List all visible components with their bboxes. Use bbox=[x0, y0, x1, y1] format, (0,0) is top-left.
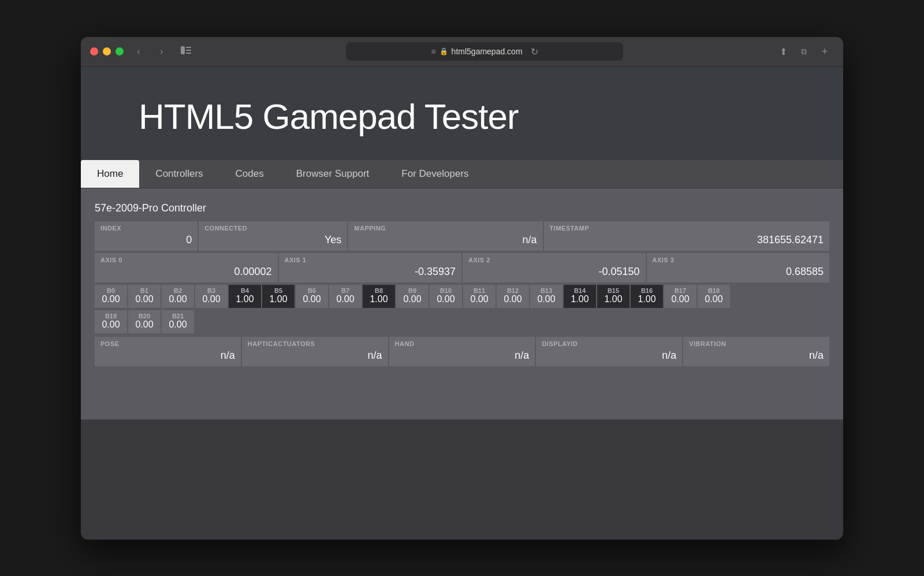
axis-cell-1: AXIS 1 -0.35937 bbox=[279, 253, 462, 283]
extra-label-3: DisplayId bbox=[542, 340, 676, 347]
minimize-button[interactable] bbox=[103, 47, 111, 55]
maximize-button[interactable] bbox=[116, 47, 124, 55]
extra-value-3: n/a bbox=[542, 350, 676, 362]
mapping-cell: MAPPING n/a bbox=[348, 221, 542, 251]
axis-label-1: AXIS 1 bbox=[285, 257, 456, 263]
button-cell-B8: B8 1.00 bbox=[363, 285, 395, 308]
tab-home[interactable]: Home bbox=[81, 160, 139, 188]
axis-grid: AXIS 0 0.00002 AXIS 1 -0.35937 AXIS 2 -0… bbox=[95, 253, 829, 283]
title-bar: ‹ › ≡ 🔒 html5gamepad.com ↻ bbox=[81, 37, 843, 67]
url-bar[interactable]: ≡ 🔒 html5gamepad.com ↻ bbox=[346, 42, 623, 61]
button-cell-B19: B19 0.00 bbox=[95, 310, 127, 333]
traffic-lights bbox=[90, 47, 124, 55]
axis-value-0: 0.00002 bbox=[100, 266, 272, 278]
page-title: HTML5 Gamepad Tester bbox=[139, 96, 785, 137]
button-cell-B5: B5 1.00 bbox=[262, 285, 295, 308]
axis-value-1: -0.35937 bbox=[285, 266, 456, 278]
axis-cell-2: AXIS 2 -0.05150 bbox=[463, 253, 646, 283]
extra-value-0: n/a bbox=[100, 350, 235, 362]
button-cell-B7: B7 0.00 bbox=[329, 285, 362, 308]
new-tab-icon: + bbox=[822, 46, 828, 58]
share-button[interactable]: ⬆ bbox=[774, 43, 792, 60]
sidebar-icon bbox=[181, 46, 191, 57]
button-cell-B13: B13 0.00 bbox=[530, 285, 562, 308]
mapping-value: n/a bbox=[354, 234, 536, 246]
button-cell-B14: B14 1.00 bbox=[564, 285, 596, 308]
button-cell-B20: B20 0.00 bbox=[128, 310, 161, 333]
button-cell-B2: B2 0.00 bbox=[162, 285, 194, 308]
extra-value-2: n/a bbox=[395, 350, 530, 362]
svg-rect-3 bbox=[186, 53, 191, 54]
axis-value-2: -0.05150 bbox=[468, 266, 640, 278]
hamburger-icon: ≡ bbox=[431, 47, 435, 56]
extra-label-2: Hand bbox=[395, 340, 530, 347]
button-cell-B1: B1 0.00 bbox=[128, 285, 161, 308]
button-cell-B12: B12 0.00 bbox=[497, 285, 529, 308]
timestamp-label: TIMESTAMP bbox=[550, 225, 824, 232]
extra-cell-3: DisplayId n/a bbox=[536, 337, 682, 366]
forward-icon: › bbox=[160, 46, 163, 57]
tab-controllers[interactable]: Controllers bbox=[139, 160, 219, 188]
index-cell: INDEX 0 bbox=[95, 221, 198, 251]
extra-cell-2: Hand n/a bbox=[389, 337, 535, 366]
new-tab-button[interactable]: + bbox=[815, 43, 834, 60]
axis-label-0: AXIS 0 bbox=[100, 257, 272, 263]
axis-label-3: AXIS 3 bbox=[653, 257, 824, 263]
button-cell-B3: B3 0.00 bbox=[195, 285, 228, 308]
back-icon: ‹ bbox=[137, 46, 140, 57]
toolbar-right: ⬆ ⧉ + bbox=[774, 43, 834, 60]
button-cell-B9: B9 0.00 bbox=[396, 285, 429, 308]
extra-cell-4: Vibration n/a bbox=[683, 337, 829, 366]
mapping-label: MAPPING bbox=[354, 225, 536, 232]
tabs-button[interactable]: ⧉ bbox=[795, 43, 813, 60]
button-cell-B16: B16 1.00 bbox=[631, 285, 663, 308]
share-icon: ⬆ bbox=[780, 46, 787, 57]
main-content: 57e-2009-Pro Controller INDEX 0 CONNECTE… bbox=[81, 188, 843, 419]
extra-value-4: n/a bbox=[689, 350, 824, 362]
button-cell-B10: B10 0.00 bbox=[430, 285, 462, 308]
connected-value: Yes bbox=[204, 234, 341, 246]
extra-label-0: Pose bbox=[100, 340, 235, 347]
axis-cell-0: AXIS 0 0.00002 bbox=[95, 253, 278, 283]
forward-button[interactable]: › bbox=[154, 43, 170, 60]
extra-cell-1: HapticActuators n/a bbox=[242, 337, 388, 366]
tab-codes[interactable]: Codes bbox=[219, 160, 280, 188]
svg-rect-2 bbox=[186, 50, 191, 51]
page-header: HTML5 Gamepad Tester bbox=[81, 67, 843, 160]
button-cell-B15: B15 1.00 bbox=[597, 285, 629, 308]
index-value: 0 bbox=[100, 234, 192, 246]
axis-cell-3: AXIS 3 0.68585 bbox=[647, 253, 830, 283]
button-cell-B11: B11 0.00 bbox=[463, 285, 495, 308]
lock-icon: 🔒 bbox=[439, 47, 448, 55]
extra-value-1: n/a bbox=[248, 350, 382, 362]
reload-icon[interactable]: ↻ bbox=[531, 46, 538, 57]
tab-for-developers[interactable]: For Developers bbox=[385, 160, 485, 188]
back-button[interactable]: ‹ bbox=[131, 43, 147, 60]
button-cell-B0: B0 0.00 bbox=[95, 285, 127, 308]
button-cell-B18: B18 0.00 bbox=[698, 285, 730, 308]
timestamp-cell: TIMESTAMP 381655.62471 bbox=[544, 221, 829, 251]
extra-label-1: HapticActuators bbox=[248, 340, 382, 347]
close-button[interactable] bbox=[90, 47, 98, 55]
svg-rect-0 bbox=[181, 46, 185, 54]
index-label: INDEX bbox=[100, 225, 192, 232]
browser-window: ‹ › ≡ 🔒 html5gamepad.com ↻ bbox=[81, 37, 843, 540]
timestamp-value: 381655.62471 bbox=[550, 234, 824, 246]
tabs-icon: ⧉ bbox=[801, 47, 807, 57]
bottom-info: Pose n/a HapticActuators n/a Hand n/a Di… bbox=[95, 337, 829, 366]
tab-browser-support[interactable]: Browser Support bbox=[280, 160, 386, 188]
url-text: html5gamepad.com bbox=[452, 47, 523, 56]
button-cell-B17: B17 0.00 bbox=[664, 285, 696, 308]
axis-label-2: AXIS 2 bbox=[468, 257, 640, 263]
button-cell-B6: B6 0.00 bbox=[296, 285, 328, 308]
extra-cell-0: Pose n/a bbox=[95, 337, 241, 366]
controller-name: 57e-2009-Pro Controller bbox=[95, 202, 829, 214]
connected-label: CONNECTED bbox=[204, 225, 341, 232]
info-grid: INDEX 0 CONNECTED Yes MAPPING n/a TIMEST… bbox=[95, 221, 829, 251]
button-cell-B4: B4 1.00 bbox=[229, 285, 261, 308]
sidebar-button[interactable] bbox=[177, 43, 195, 60]
connected-cell: CONNECTED Yes bbox=[199, 221, 347, 251]
extra-label-4: Vibration bbox=[689, 340, 824, 347]
button-grid: B0 0.00 B1 0.00 B2 0.00 B3 0.00 B4 1.00 … bbox=[95, 285, 829, 335]
svg-rect-1 bbox=[186, 47, 191, 48]
